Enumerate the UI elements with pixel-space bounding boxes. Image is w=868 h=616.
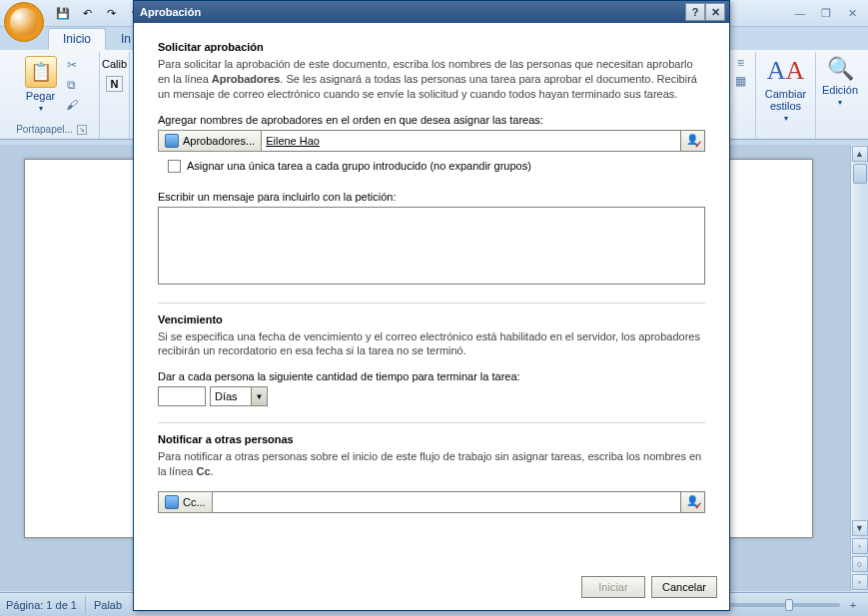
paste-label: Pegar xyxy=(26,90,55,102)
minimize-button[interactable]: — xyxy=(788,4,812,22)
next-page-button[interactable]: ◦ xyxy=(852,574,868,590)
ribbon-group-styles: AA Cambiar estilos ▾ xyxy=(756,52,816,139)
cut-button[interactable]: ✂ xyxy=(63,56,81,74)
qat-save-button[interactable]: 💾 xyxy=(52,2,74,24)
office-logo-icon xyxy=(10,8,38,36)
start-button[interactable]: Iniciar xyxy=(581,576,645,598)
check-names-button[interactable] xyxy=(681,130,705,152)
divider xyxy=(158,422,705,423)
dialog-footer: Iniciar Cancelar xyxy=(134,576,729,610)
vertical-scrollbar[interactable]: ▲ ▼ ◦ ○ ◦ xyxy=(850,145,868,591)
copy-button[interactable]: ⧉ xyxy=(63,76,81,94)
approval-dialog: Aprobación ? ✕ Solicitar aprobación Para… xyxy=(133,0,730,611)
zoom-slider[interactable] xyxy=(730,603,840,607)
ribbon-group-edit: 🔍 Edición ▾ xyxy=(816,52,864,139)
cc-input[interactable] xyxy=(213,491,681,513)
qat-undo-button[interactable]: ↶ xyxy=(76,2,98,24)
chevron-down-icon: ▾ xyxy=(39,104,43,113)
check-names-icon xyxy=(686,134,700,148)
divider xyxy=(158,303,705,304)
status-page[interactable]: Página: 1 de 1 xyxy=(6,599,77,611)
tab-inicio[interactable]: Inicio xyxy=(48,28,106,50)
window-controls: — ❐ ✕ xyxy=(788,4,864,22)
font-family-combo[interactable]: Calib xyxy=(102,54,127,76)
time-unit-select[interactable]: Días ▼ xyxy=(210,386,268,406)
due-date-heading: Vencimiento xyxy=(158,313,705,325)
ribbon-group-font-partial: Calib N xyxy=(100,52,130,139)
bold-button[interactable]: N xyxy=(106,76,124,92)
quick-access-toolbar: 💾 ↶ ↷ ▾ xyxy=(52,2,146,24)
save-icon: 💾 xyxy=(56,7,70,20)
assign-single-task-label: Asignar una única tarea a cada grupo int… xyxy=(187,160,531,172)
zoom-in-button[interactable]: + xyxy=(844,596,862,614)
time-per-person-label: Dar a cada persona la siguiente cantidad… xyxy=(158,370,705,382)
dialog-help-button[interactable]: ? xyxy=(685,3,705,21)
clipboard-group-label: Portapapel... ↘ xyxy=(16,124,87,137)
cc-check-names-button[interactable] xyxy=(681,491,705,513)
status-separator xyxy=(85,596,86,614)
status-words[interactable]: Palab xyxy=(94,599,122,611)
assign-single-task-checkbox[interactable] xyxy=(168,160,181,173)
scroll-down-button[interactable]: ▼ xyxy=(852,520,868,536)
time-amount-input[interactable] xyxy=(158,386,206,406)
close-button[interactable]: ✕ xyxy=(840,4,864,22)
time-unit-value: Días xyxy=(215,390,238,402)
ribbon-group-paragraph-partial: ≡ ▦ xyxy=(726,52,756,139)
editing-button[interactable]: 🔍 Edición ▾ xyxy=(818,54,862,109)
dialog-title-text: Aprobación xyxy=(140,6,201,18)
border-icon[interactable]: ▦ xyxy=(732,72,750,90)
chevron-down-icon: ▾ xyxy=(838,98,842,107)
chevron-down-icon: ▾ xyxy=(784,114,788,123)
styles-icon: AA xyxy=(767,56,805,86)
message-textarea[interactable] xyxy=(158,207,705,285)
due-date-text: Si se especifica una fecha de vencimient… xyxy=(158,329,705,359)
approvers-button-label: Aprobadores... xyxy=(183,135,255,147)
message-label: Escribir un mensaje para incluirlo con l… xyxy=(158,191,705,203)
paste-button[interactable]: 📋 Pegar ▾ xyxy=(21,54,61,115)
find-icon: 🔍 xyxy=(827,56,854,82)
office-button[interactable] xyxy=(4,2,44,42)
cc-button-label: Cc... xyxy=(183,496,206,508)
chevron-down-icon: ▼ xyxy=(251,387,267,405)
approvers-input[interactable] xyxy=(262,130,681,152)
cc-picker-button[interactable]: Cc... xyxy=(158,491,213,513)
notify-others-text: Para notificar a otras personas sobre el… xyxy=(158,449,705,479)
scroll-thumb[interactable] xyxy=(853,164,867,184)
clipboard-launcher[interactable]: ↘ xyxy=(77,125,87,135)
add-approvers-label: Agregar nombres de aprobadores en el ord… xyxy=(158,114,705,126)
cancel-button[interactable]: Cancelar xyxy=(651,576,717,598)
address-book-icon xyxy=(165,134,179,148)
scroll-up-button[interactable]: ▲ xyxy=(852,146,868,162)
dialog-titlebar[interactable]: Aprobación ? ✕ xyxy=(134,1,729,23)
approvers-picker-button[interactable]: Aprobadores... xyxy=(158,130,262,152)
paste-icon: 📋 xyxy=(25,56,57,88)
list-icon[interactable]: ≡ xyxy=(732,54,750,72)
editing-label: Edición xyxy=(822,84,858,96)
undo-icon: ↶ xyxy=(83,7,92,20)
request-approval-text: Para solicitar la aprobación de este doc… xyxy=(158,57,705,102)
format-painter-button[interactable]: 🖌 xyxy=(63,96,81,114)
zoom-knob[interactable] xyxy=(785,599,793,611)
request-approval-heading: Solicitar aprobación xyxy=(158,41,705,53)
address-book-icon xyxy=(165,495,179,509)
redo-icon: ↷ xyxy=(107,7,116,20)
change-styles-button[interactable]: AA Cambiar estilos ▾ xyxy=(761,54,811,125)
check-names-icon xyxy=(686,495,700,509)
change-styles-label: Cambiar estilos xyxy=(765,88,807,112)
dialog-body: Solicitar aprobación Para solicitar la a… xyxy=(134,23,729,576)
dialog-close-button[interactable]: ✕ xyxy=(705,3,725,21)
prev-page-button[interactable]: ◦ xyxy=(852,538,868,554)
ribbon-group-clipboard: 📋 Pegar ▾ ✂ ⧉ 🖌 Portapapel... ↘ xyxy=(4,52,100,139)
notify-others-heading: Notificar a otras personas xyxy=(158,433,705,445)
qat-redo-button[interactable]: ↷ xyxy=(100,2,122,24)
restore-button[interactable]: ❐ xyxy=(814,4,838,22)
browse-object-button[interactable]: ○ xyxy=(852,556,868,572)
